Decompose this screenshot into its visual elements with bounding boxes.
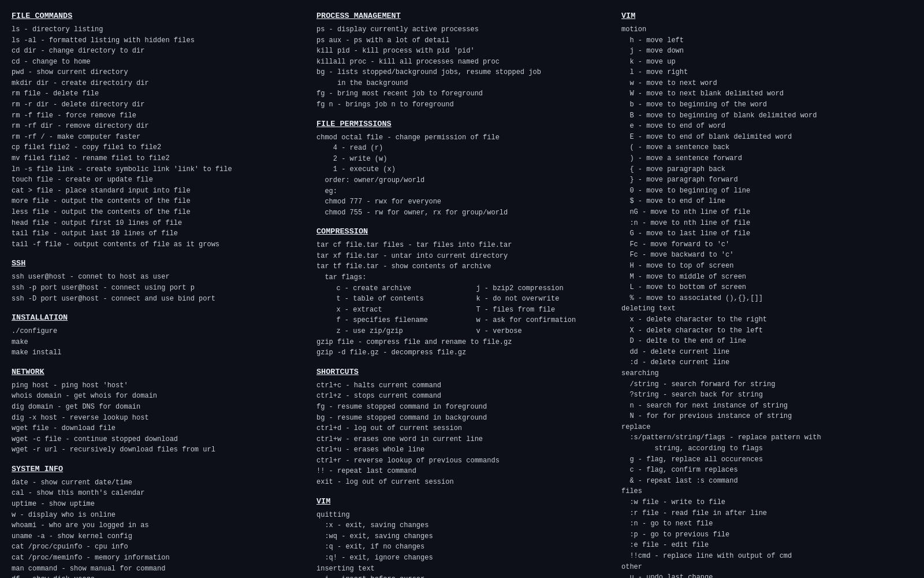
title-process: PROCESS MANAGEMENT — [316, 10, 608, 23]
list-item: % - move to associated (),{},[]] — [621, 293, 912, 304]
list-item: u - undo last change — [621, 572, 912, 578]
list-item: W - move to next blank delimited word — [621, 88, 912, 99]
list-item: :x - exit, saving changes — [316, 520, 608, 531]
list-item: ctrl+r - reverse lookup of previous comm… — [316, 455, 608, 466]
vim-searching-list: /string - search forward for string ?str… — [621, 379, 912, 422]
list-item: fg - bring most recent job to foreground — [316, 88, 608, 99]
list-item: mv file1 file2 - rename file1 to file2 — [12, 153, 303, 164]
list-item: j - bzip2 compression — [468, 283, 608, 294]
list-item: i - insert before cursor — [316, 574, 608, 578]
vim-replace-label: replace — [621, 422, 912, 433]
list-item: kill pid - kill process with pid 'pid' — [316, 46, 608, 57]
list-item: rm -rf dir - remove directory dir — [12, 121, 303, 132]
list-item: f - specifies filename — [328, 315, 468, 326]
list-item: 1 - execute (x) — [316, 164, 608, 175]
list-item: h - move left — [621, 35, 912, 46]
list-item: !!cmd - replace line with output of cmd — [621, 551, 912, 562]
flags-container: c - create archive t - table of contents… — [316, 283, 608, 337]
list-item: tail file - output last 10 lines of file — [12, 228, 303, 239]
list-item: tar tf file.tar - show contents of archi… — [316, 261, 608, 272]
list-item: M - move to middle of screen — [621, 272, 912, 283]
title-sysinfo: SYSTEM INFO — [12, 464, 303, 476]
network-list: ping host - ping host 'host'whois domain… — [12, 380, 303, 455]
list-item: k - move up — [621, 57, 912, 68]
list-item: make — [12, 337, 303, 348]
vim-searching-label: searching — [621, 368, 912, 379]
vim-other-list: u - undo last change U - undo all change… — [621, 572, 912, 578]
list-item: :q! - exit, ignore changes — [316, 553, 608, 564]
list-item: in the background — [316, 78, 608, 89]
vim-files-list: :w file - write to file :r file - read f… — [621, 497, 912, 562]
list-item: ps aux - ps with a lot of detail — [316, 35, 608, 46]
list-item: :w file - write to file — [621, 497, 912, 508]
list-item: wget -c file - continue stopped download — [12, 434, 303, 445]
list-item: ?string - search back for string — [621, 390, 912, 401]
list-item: { - move paragraph back — [621, 164, 912, 175]
list-item: cd - change to home — [12, 57, 303, 68]
list-item: ln -s file link - create symbolic link '… — [12, 164, 303, 175]
flags-right: j - bzip2 compression k - do not overwri… — [468, 283, 608, 337]
compression-list2: gzip file - compress file and rename to … — [316, 337, 608, 358]
list-item: ping host - ping host 'host' — [12, 380, 303, 391]
list-item: ctrl+d - log out of current session — [316, 423, 608, 434]
list-item: :r file - read file in after line — [621, 508, 912, 519]
list-item: rm -f file - force remove file — [12, 110, 303, 121]
list-item: cp file1 file2 - copy file1 to file2 — [12, 142, 303, 153]
list-item: c - flag, confirm replaces — [621, 465, 912, 476]
vim-replace-list: :s/pattern/string/flags - replace patter… — [621, 432, 912, 486]
list-item: mkdir dir - create directoiry dir — [12, 78, 303, 89]
list-item: e - move to end of word — [621, 121, 912, 132]
main-layout: FILE COMMANDS ls - directory listingls -… — [12, 10, 912, 578]
list-item: nG - move to nth line of file — [621, 207, 912, 218]
list-item: less file - output the contents of the f… — [12, 207, 303, 218]
list-item: wget -r url - recursively download files… — [12, 444, 303, 455]
list-item: :n - go to next file — [621, 518, 912, 529]
list-item: tail -f file - output contents of file a… — [12, 239, 303, 250]
vim-motion-label: motion — [621, 24, 912, 35]
list-item: killall proc - kill all processes named … — [316, 57, 608, 68]
list-item: gzip file - compress file and rename to … — [316, 337, 608, 348]
list-item: cat > file - place standard input into f… — [12, 186, 303, 197]
list-item: head file - output first 10 lines of fil… — [12, 218, 303, 229]
list-item: gzip -d file.gz - decompress file.gz — [316, 347, 608, 358]
list-item: B - move to beginning of blank delimited… — [621, 110, 912, 121]
list-item: cd dir - change directory to dir — [12, 46, 303, 57]
list-item: eg: — [316, 186, 608, 197]
process-list: ps - display currently active processesp… — [316, 24, 608, 110]
title-fileperm: FILE PERMISSIONS — [316, 118, 608, 131]
list-item: inserting text — [316, 564, 608, 575]
list-item: :d - delete current line — [621, 357, 912, 368]
title-file-commands: FILE COMMANDS — [12, 10, 303, 23]
list-item: :p - go to previous file — [621, 529, 912, 540]
list-item: whoami - who are you logged in as — [12, 520, 303, 531]
list-item: /string - search forward for string — [621, 379, 912, 390]
list-item: :s/pattern/string/flags - replace patter… — [621, 432, 912, 443]
vim-files-label: files — [621, 486, 912, 497]
list-item: date - show current date/time — [12, 477, 303, 488]
list-item: man command - show manual for command — [12, 564, 303, 575]
list-item: dd - delete current line — [621, 347, 912, 358]
list-item: E - move to end of blank delimited word — [621, 132, 912, 143]
list-item: ps - display currently active processes — [316, 24, 608, 35]
list-item: cat /proc/meminfo - memory information — [12, 553, 303, 564]
list-item: ls - directory listing — [12, 24, 303, 35]
list-item: string, according to flags — [621, 443, 912, 454]
list-item: k - do not overwrite — [468, 294, 608, 305]
list-item: N - for for previous instance of string — [621, 411, 912, 422]
install-list: ./configuremakemake install — [12, 326, 303, 358]
list-item: x - delete character to the right — [621, 314, 912, 325]
list-item: L - move to bottom of screen — [621, 282, 912, 293]
flags-left: c - create archive t - table of contents… — [328, 283, 468, 337]
column-2: PROCESS MANAGEMENT ps - display currentl… — [316, 10, 621, 578]
list-item: df - show disk usage — [12, 574, 303, 578]
sysinfo-list: date - show current date/timecal - show … — [12, 477, 303, 578]
vim-deleting-list: x - delete character to the right X - de… — [621, 314, 912, 368]
title-compression: COMPRESSION — [316, 226, 608, 238]
list-item: :n - move to nth line of file — [621, 218, 912, 229]
list-item: bg - resume stopped command in backgroun… — [316, 413, 608, 424]
title-ssh: SSH — [12, 258, 303, 270]
list-item: T - files from file — [468, 305, 608, 316]
list-item: ctrl+w - erases one word in current line — [316, 434, 608, 445]
list-item: X - delete character to the left — [621, 325, 912, 336]
list-item: tar cf file.tar files - tar files into f… — [316, 240, 608, 251]
